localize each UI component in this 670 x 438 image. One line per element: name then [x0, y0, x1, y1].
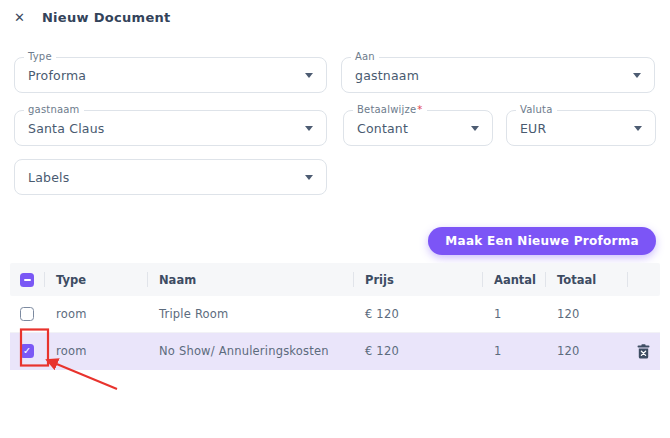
select-all-checkbox[interactable]	[20, 273, 34, 287]
new-document-modal: ✕ Nieuw Document Type Proforma Aan gastn…	[0, 0, 670, 438]
gastnaam-value: Santa Claus	[28, 121, 105, 136]
cell-prijs: € 120	[353, 344, 482, 358]
betaalwijze-select[interactable]: Betaalwijze* Contant	[343, 110, 493, 146]
table-row[interactable]: ✓ room No Show/ Annuleringskosten € 120 …	[10, 333, 660, 370]
aan-label: Aan	[351, 51, 379, 63]
delete-row-button[interactable]	[633, 341, 654, 362]
page-title: Nieuw Document	[42, 10, 171, 25]
cell-aantal: 1	[482, 344, 545, 358]
chevron-down-icon	[305, 73, 313, 78]
row-checkbox-cell	[10, 307, 44, 321]
chevron-down-icon	[305, 175, 313, 180]
row-checkbox[interactable]	[20, 307, 34, 321]
betaalwijze-value: Contant	[357, 121, 408, 136]
table-header-row: Type Naam Prijs Aantal Totaal	[10, 263, 660, 296]
type-value: Proforma	[28, 68, 86, 83]
create-proforma-button[interactable]: Maak Een Nieuwe Proforma	[428, 227, 656, 255]
chevron-down-icon	[471, 126, 479, 131]
type-label: Type	[24, 51, 56, 63]
col-header-type: Type	[44, 263, 147, 296]
labels-select[interactable]: Labels	[14, 159, 327, 195]
chevron-down-icon	[305, 126, 313, 131]
items-table: Type Naam Prijs Aantal Totaal room Tripl…	[10, 263, 660, 370]
aan-value: gastnaam	[355, 68, 419, 83]
cell-type: room	[44, 307, 147, 321]
col-header-naam: Naam	[147, 263, 353, 296]
form-row-2: gastnaam Santa Claus Betaalwijze* Contan…	[14, 110, 656, 146]
table-row[interactable]: room Triple Room € 120 1 120	[10, 296, 660, 333]
cell-totaal: 120	[545, 344, 627, 358]
col-header-aantal: Aantal	[482, 263, 545, 296]
cell-type: room	[44, 344, 147, 358]
chevron-down-icon	[633, 73, 641, 78]
gastnaam-label: gastnaam	[24, 104, 84, 116]
col-header-totaal: Totaal	[545, 263, 627, 296]
cell-actions	[627, 341, 660, 362]
button-row: Maak Een Nieuwe Proforma	[428, 227, 656, 255]
type-select[interactable]: Type Proforma	[14, 57, 327, 93]
chevron-down-icon	[634, 126, 642, 131]
valuta-label: Valuta	[516, 104, 557, 116]
col-header-actions	[627, 263, 660, 296]
trash-icon	[635, 343, 652, 360]
indeterminate-dash-icon	[24, 279, 31, 281]
aan-select[interactable]: Aan gastnaam	[341, 57, 655, 93]
valuta-value: EUR	[520, 121, 546, 136]
form-row-3: Labels	[14, 159, 656, 195]
valuta-select[interactable]: Valuta EUR	[506, 110, 656, 146]
select-all-cell	[10, 263, 44, 296]
required-asterisk: *	[417, 104, 422, 115]
gastnaam-select[interactable]: gastnaam Santa Claus	[14, 110, 327, 146]
col-header-prijs: Prijs	[353, 263, 482, 296]
cell-naam: No Show/ Annuleringskosten	[147, 344, 353, 358]
labels-value: Labels	[28, 170, 69, 185]
row-checkbox[interactable]: ✓	[20, 344, 34, 358]
close-icon[interactable]: ✕	[14, 11, 25, 24]
modal-header: ✕ Nieuw Document	[14, 10, 171, 25]
cell-aantal: 1	[482, 307, 545, 321]
cell-prijs: € 120	[353, 307, 482, 321]
cell-naam: Triple Room	[147, 307, 353, 321]
cell-totaal: 120	[545, 307, 627, 321]
row-checkbox-cell: ✓	[10, 344, 44, 358]
form-row-1: Type Proforma Aan gastnaam	[14, 57, 656, 93]
betaalwijze-label: Betaalwijze*	[353, 104, 427, 116]
